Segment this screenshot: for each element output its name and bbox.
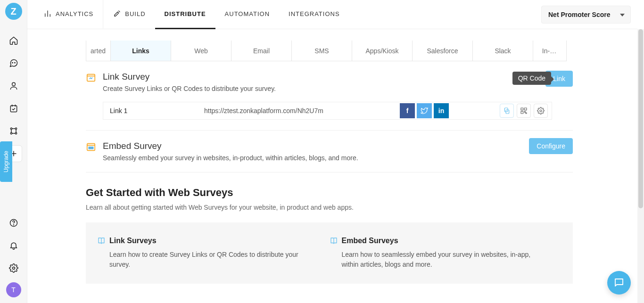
tab-getstarted[interactable]: arted [86,41,111,61]
svg-point-1 [14,63,15,63]
nav-feedback[interactable] [5,55,22,72]
card-embed-surveys[interactable]: Embed Surveys Learn how to seamlessly em… [330,237,562,270]
configure-button[interactable]: Configure [529,138,573,154]
card-link-surveys[interactable]: Link Surveys Learn how to create Survey … [97,237,330,270]
svg-rect-14 [521,108,523,110]
embed-title: Embed Survey [103,141,358,151]
link-socials: f in [393,103,455,118]
topnav: ANALYTICS BUILD DISTRIBUTE AUTOMATION IN… [34,0,349,29]
link-row: Link 1 https://ztest.zonkaplatform.com/N… [103,102,552,120]
book-icon [330,237,338,245]
embed-icon [86,142,96,152]
tab-sms[interactable]: SMS [292,41,352,61]
nav-workflows[interactable] [5,123,22,139]
nav-build[interactable]: BUILD [103,0,155,29]
qr-tooltip: QR Code [512,72,551,85]
card-link-desc: Learn how to create Survey Links or QR C… [97,250,311,270]
tab-inapp[interactable]: In-… [533,41,565,61]
svg-point-2 [12,82,15,86]
link-survey-icon [86,73,96,83]
nav-automation[interactable]: AUTOMATION [215,0,279,29]
svg-rect-19 [89,147,94,149]
embed-desc: Seamlessly embed your survey in websites… [103,154,358,162]
tab-salesforce[interactable]: Salesforce [413,41,473,61]
topbar: ANALYTICS BUILD DISTRIBUTE AUTOMATION IN… [27,0,637,29]
nav-integrations[interactable]: INTEGRATIONS [279,0,349,29]
tab-apps[interactable]: Apps/Kiosk [352,41,413,61]
scroll-thumb[interactable] [638,29,643,208]
getstarted-desc: Learn all about getting started with Web… [86,204,573,211]
survey-selector-label: Net Promoter Score [548,11,610,18]
embed-section: Embed Survey Seamlessly embed your surve… [86,131,573,172]
card-embed-title: Embed Surveys [342,237,398,245]
card-embed-desc: Learn how to seamlessly embed your surve… [330,250,543,270]
book-icon [97,237,106,245]
scrollbar[interactable] [637,29,644,303]
settings-link-button[interactable] [534,104,548,118]
getstarted-section: Get Started with Web Surveys Learn all a… [86,187,573,284]
getstarted-title: Get Started with Web Surveys [86,187,573,199]
svg-point-9 [13,225,14,225]
card-link-title: Link Surveys [109,237,157,245]
getstarted-cards: Link Surveys Learn how to create Survey … [86,222,573,284]
nav-build-label: BUILD [125,10,145,17]
tab-slack[interactable]: Slack [473,41,533,61]
svg-rect-16 [521,111,523,114]
linkedin-share[interactable]: in [434,103,449,118]
link-url[interactable]: https://ztest.zonkaplatform.com/Nh2U7m [198,107,393,115]
nav-contacts[interactable] [5,77,22,94]
nav-notifications[interactable] [5,237,22,254]
svg-rect-15 [524,108,527,110]
nav-home[interactable] [5,32,22,49]
tab-links[interactable]: Links [111,41,171,61]
link-actions [455,104,552,118]
tab-email[interactable]: Email [231,41,292,61]
nav-analytics-label: ANALYTICS [56,10,93,17]
logo[interactable]: Z [5,3,22,20]
nav-settings[interactable] [5,260,22,277]
svg-point-10 [12,267,15,270]
survey-selector[interactable]: Net Promoter Score [541,6,631,24]
nav-distribute[interactable]: DISTRIBUTE [155,0,215,29]
nav-analytics[interactable]: ANALYTICS [34,0,103,29]
copy-link-button[interactable] [500,104,514,118]
link-survey-title: Link Survey [103,72,276,82]
qr-code-button[interactable] [517,104,531,118]
svg-point-17 [540,110,542,112]
nav-integrations-label: INTEGRATIONS [289,10,340,17]
svg-rect-3 [10,106,17,112]
tab-web[interactable]: Web [171,41,231,61]
nav-distribute-label: DISTRIBUTE [165,10,206,17]
main: arted Links Web Email SMS Apps/Kiosk Sal… [27,29,637,303]
link-survey-section: Link Survey Create Survey Links or QR Co… [86,61,573,131]
link-survey-desc: Create Survey Links or QR Codes to distr… [103,85,276,92]
nav-help[interactable] [5,214,22,231]
user-avatar[interactable]: T [6,282,21,297]
distribute-subtabs: arted Links Web Email SMS Apps/Kiosk Sal… [86,41,567,61]
chat-bubble[interactable] [607,271,631,295]
nav-tasks[interactable] [5,100,22,117]
nav-automation-label: AUTOMATION [225,10,270,17]
facebook-share[interactable]: f [400,103,415,118]
link-name: Link 1 [103,107,198,115]
twitter-share[interactable] [417,103,432,118]
upgrade-tab[interactable]: Upgrade [0,141,12,182]
svg-point-0 [12,63,12,63]
